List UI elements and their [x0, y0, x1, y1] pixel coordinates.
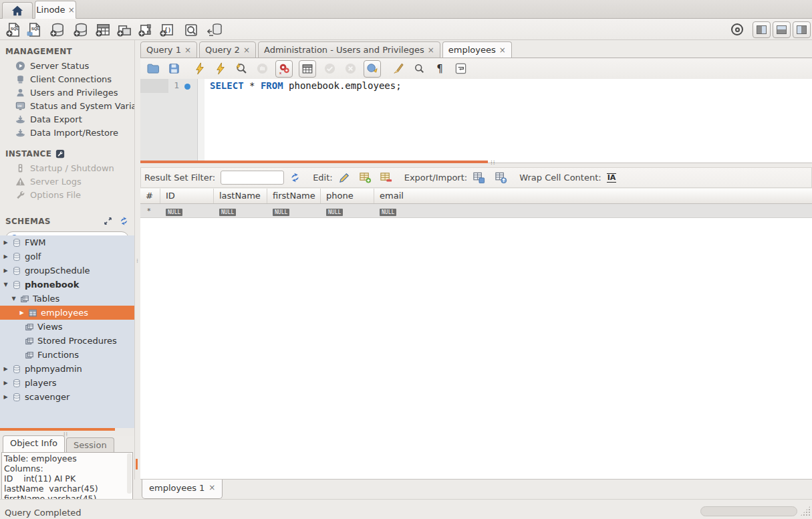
tree-node-views[interactable]: Views — [0, 320, 134, 334]
toggle-right-sidebar-button[interactable] — [793, 21, 811, 38]
schema-node-fwm[interactable]: ▶FWM — [0, 235, 134, 249]
execute-button[interactable] — [192, 62, 207, 76]
tab-object-info[interactable]: Object Info — [3, 435, 65, 452]
close-icon[interactable]: × — [428, 45, 434, 55]
schema-node-scavenger[interactable]: ▶scavenger — [0, 390, 134, 404]
new-query-tab-button[interactable] — [5, 21, 22, 38]
null-value-badge[interactable]: NULL — [380, 209, 396, 216]
activity-indicator-icon[interactable] — [731, 23, 743, 35]
connection-tab[interactable]: Linode × — [35, 1, 76, 19]
sidebar-item-options-file[interactable]: Options File — [0, 188, 134, 201]
null-value-badge[interactable]: NULL — [273, 209, 289, 216]
sidebar-item-client-connections[interactable]: Client Connections — [0, 72, 134, 86]
close-icon[interactable]: × — [209, 483, 215, 498]
column-header-id[interactable]: ID — [160, 189, 214, 203]
chevron-right-icon[interactable]: ▶ — [3, 380, 9, 386]
chevron-right-icon[interactable]: ▶ — [3, 253, 9, 260]
column-header-lastname[interactable]: lastName — [214, 189, 267, 203]
object-info-scrollbar[interactable] — [127, 453, 132, 494]
toggle-bottom-panel-button[interactable] — [773, 21, 791, 38]
column-header-phone[interactable]: phone — [321, 189, 374, 203]
sql-editor[interactable]: 1 SELECT * FROM phonebook.employees; — [140, 79, 812, 163]
tab-administration[interactable]: Administration - Users and Privileges× — [258, 41, 440, 58]
sidebar-item-users-privileges[interactable]: Users and Privileges — [0, 86, 134, 99]
reconnect-dbms-button[interactable] — [207, 21, 224, 38]
result-grid-body[interactable] — [140, 218, 812, 480]
refresh-schemas-icon[interactable] — [119, 216, 129, 226]
expand-schemas-icon[interactable] — [104, 217, 112, 225]
null-value-badge[interactable]: NULL — [219, 209, 236, 216]
beautify-button[interactable] — [391, 62, 406, 76]
open-file-button[interactable] — [146, 62, 160, 76]
schema-node-groupschedule[interactable]: ▶groupSchedule — [0, 264, 134, 278]
sidebar-splitter[interactable] — [0, 428, 115, 431]
open-sql-script-button[interactable] — [25, 21, 43, 38]
null-value-badge[interactable]: NULL — [166, 209, 182, 216]
tree-node-employees[interactable]: ▶employees — [0, 306, 134, 320]
search-table-data-button[interactable] — [182, 21, 200, 38]
invisible-chars-button[interactable]: ¶ — [432, 62, 447, 76]
tree-node-stored-procedures[interactable]: Stored Procedures — [0, 334, 134, 348]
sidebar-item-server-logs[interactable]: Server Logs — [0, 175, 134, 188]
close-icon[interactable]: × — [499, 45, 506, 55]
delete-row-icon[interactable] — [380, 171, 392, 184]
chevron-right-icon[interactable]: ▶ — [3, 239, 9, 245]
create-function-button[interactable] — [158, 21, 176, 38]
tab-query-2[interactable]: Query 2× — [199, 41, 256, 58]
close-icon[interactable]: × — [243, 45, 250, 55]
tab-query-1[interactable]: Query 1× — [140, 41, 197, 58]
schema-inspector-button[interactable] — [49, 21, 66, 38]
result-set-tab[interactable]: employees 1 × — [142, 480, 223, 499]
tree-node-functions[interactable]: Functions — [0, 348, 134, 362]
instance-config-icon[interactable] — [55, 149, 65, 159]
toggle-left-sidebar-button[interactable] — [753, 21, 771, 38]
sidebar-item-data-export[interactable]: Data Export — [0, 112, 134, 126]
horizontal-scrollbar[interactable] — [700, 506, 797, 516]
schema-node-phpmyadmin[interactable]: ▶phpmyadmin — [0, 362, 134, 376]
edit-record-icon[interactable] — [338, 171, 351, 184]
splitter-grip[interactable]: ⁞ — [136, 257, 138, 264]
column-header-rownum[interactable]: # — [140, 189, 160, 203]
create-procedure-button[interactable] — [137, 21, 154, 38]
sidebar-item-data-import[interactable]: Data Import/Restore — [0, 126, 134, 139]
editor-results-splitter[interactable] — [140, 161, 488, 163]
refresh-icon[interactable] — [289, 172, 301, 183]
limit-rows-toggle[interactable] — [299, 60, 316, 78]
add-row-icon[interactable] — [359, 171, 372, 184]
null-value-badge[interactable]: NULL — [326, 209, 343, 216]
tab-session[interactable]: Session — [66, 437, 114, 452]
chevron-right-icon[interactable]: ▶ — [3, 366, 9, 372]
chevron-right-icon[interactable]: ▶ — [3, 394, 9, 400]
create-schema-button[interactable] — [72, 21, 90, 38]
sidebar-item-system-variables[interactable]: Status and System Variables — [0, 99, 134, 112]
schema-node-players[interactable]: ▶players — [0, 376, 134, 390]
close-icon[interactable]: × — [184, 45, 191, 55]
save-script-button[interactable] — [166, 62, 181, 76]
wrap-text-button[interactable] — [453, 62, 468, 76]
execute-current-button[interactable] — [213, 62, 228, 76]
import-records-icon[interactable] — [495, 171, 507, 184]
tab-employees[interactable]: employees× — [442, 41, 512, 58]
splitter-grip[interactable]: ⁞⁞ — [491, 159, 496, 166]
explain-button[interactable] — [234, 62, 249, 76]
column-header-email[interactable]: email — [374, 189, 812, 203]
chevron-right-icon[interactable]: ▶ — [3, 268, 9, 274]
table-row-new[interactable]: * NULL NULL NULL NULL NULL — [140, 204, 812, 218]
resize-grip-icon[interactable] — [800, 506, 811, 516]
schema-node-golf[interactable]: ▶golf — [0, 249, 134, 264]
close-icon[interactable]: × — [68, 5, 75, 15]
home-tab[interactable] — [2, 2, 33, 19]
chevron-right-icon[interactable]: ▶ — [19, 310, 25, 316]
chevron-down-icon[interactable]: ▼ — [11, 296, 17, 302]
autocommit-toggle[interactable] — [364, 60, 381, 78]
stop-on-error-toggle[interactable] — [275, 60, 293, 78]
create-view-button[interactable] — [116, 21, 133, 38]
column-header-firstname[interactable]: firstName — [267, 189, 321, 203]
chevron-down-icon[interactable]: ▼ — [3, 282, 9, 288]
export-recordset-icon[interactable] — [472, 171, 485, 184]
sidebar-item-server-status[interactable]: Server Status — [0, 59, 134, 72]
schema-node-phonebook[interactable]: ▼phonebook — [0, 278, 134, 292]
wrap-cell-content-icon[interactable]: IA — [607, 173, 617, 183]
find-button[interactable] — [412, 62, 426, 76]
tree-node-tables[interactable]: ▼Tables — [0, 292, 134, 306]
